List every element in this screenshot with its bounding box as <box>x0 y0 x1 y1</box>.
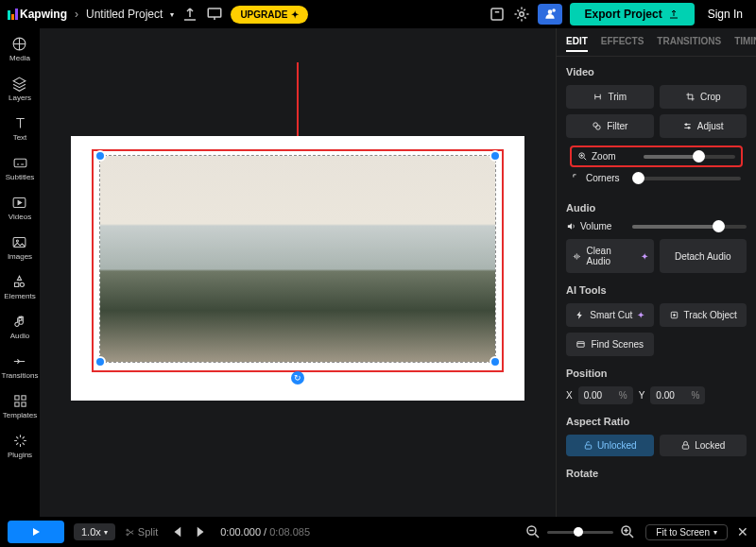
tab-timing[interactable]: TIMING <box>734 36 756 52</box>
resize-handle-bl[interactable] <box>94 356 106 368</box>
history-icon[interactable] <box>489 6 506 23</box>
brand-name: Kapwing <box>20 8 67 21</box>
resize-handle-tr[interactable] <box>490 150 501 162</box>
split-button[interactable]: Split <box>125 526 158 538</box>
videos-icon <box>11 195 27 211</box>
resize-handle-br[interactable] <box>490 356 501 368</box>
corners-slider[interactable] <box>638 177 741 180</box>
rotate-handle[interactable]: ↻ <box>291 371 304 385</box>
timecode: 0:00.000 / 0:08.085 <box>220 526 310 538</box>
track-object-button[interactable]: Track Object <box>660 303 747 327</box>
logo-icon <box>8 9 18 20</box>
trim-button[interactable]: Trim <box>566 85 654 109</box>
project-title[interactable]: Untitled Project <box>86 8 163 21</box>
sidebar-item-images[interactable]: Images <box>8 234 32 261</box>
resize-handle-tl[interactable] <box>94 150 106 162</box>
elements-icon <box>11 274 27 290</box>
sidebar-item-audio[interactable]: Audio <box>10 314 29 340</box>
svg-rect-9 <box>14 396 18 400</box>
export-button[interactable]: Export Project <box>570 3 695 26</box>
rotate-section-title: Rotate <box>566 468 747 479</box>
close-icon[interactable]: ✕ <box>737 524 748 539</box>
sidebar-item-elements[interactable]: Elements <box>4 274 35 300</box>
pos-x-input[interactable]: 0.00 % <box>578 386 633 404</box>
svg-rect-10 <box>21 396 25 400</box>
right-panel: EDIT EFFECTS TRANSITIONS TIMING Video Tr… <box>556 28 756 517</box>
pos-y-input[interactable]: 0.00 % <box>650 386 705 404</box>
detach-audio-button[interactable]: Detach Audio <box>660 239 747 273</box>
volume-slider[interactable] <box>632 225 747 229</box>
sidebar-item-text[interactable]: Text <box>12 115 28 142</box>
filter-icon <box>592 121 602 131</box>
video-preview <box>100 156 495 362</box>
fit-to-screen-button[interactable]: Fit to Screen ▾ <box>645 524 728 540</box>
prev-frame-button[interactable] <box>167 523 184 540</box>
trim-icon <box>593 92 603 102</box>
find-scenes-button[interactable]: Find Scenes <box>566 333 654 356</box>
text-icon <box>12 115 28 131</box>
svg-rect-25 <box>585 445 591 449</box>
canvas-stage[interactable]: ↻ <box>71 136 524 401</box>
audio-section-title: Audio <box>566 202 747 214</box>
svg-point-3 <box>552 9 556 11</box>
filter-button[interactable]: Filter <box>566 114 654 138</box>
sidebar-item-subtitles[interactable]: Subtitles <box>6 155 35 181</box>
present-icon[interactable] <box>206 6 223 23</box>
speed-selector[interactable]: 1.0x ▾ <box>74 523 115 540</box>
ai-section-title: AI Tools <box>566 284 747 296</box>
main-area: Media Layers Text Subtitles Videos Image… <box>0 28 756 517</box>
media-selection[interactable]: ↻ <box>99 155 496 363</box>
svg-rect-12 <box>21 402 25 406</box>
app-logo[interactable]: Kapwing <box>8 8 67 21</box>
sign-in-link[interactable]: Sign In <box>702 8 748 21</box>
unlock-icon <box>583 440 593 451</box>
tab-transitions[interactable]: TRANSITIONS <box>657 36 721 52</box>
sidebar-item-plugins[interactable]: Plugins <box>8 433 32 459</box>
locked-toggle[interactable]: Locked <box>660 435 747 456</box>
gear-icon[interactable] <box>513 6 530 23</box>
crop-icon <box>685 92 696 102</box>
upload-icon[interactable] <box>181 6 198 23</box>
zoom-in-button[interactable] <box>619 523 636 540</box>
next-frame-button[interactable] <box>194 523 211 540</box>
share-button[interactable] <box>538 4 562 25</box>
scissors-icon <box>125 527 135 538</box>
sidebar-item-media[interactable]: Media <box>9 36 30 62</box>
unlocked-toggle[interactable]: Unlocked <box>566 435 654 456</box>
svg-point-19 <box>685 124 687 126</box>
zoom-out-button[interactable] <box>524 523 541 540</box>
sidebar-item-layers[interactable]: Layers <box>9 76 31 102</box>
adjust-button[interactable]: Adjust <box>660 114 747 138</box>
sidebar-item-videos[interactable]: Videos <box>9 195 31 221</box>
tab-edit[interactable]: EDIT <box>566 36 588 52</box>
sidebar-item-transitions[interactable]: Transitions <box>2 353 39 380</box>
smart-cut-button[interactable]: Smart Cut ✦ <box>566 303 654 327</box>
target-icon <box>669 310 679 320</box>
scenes-icon <box>576 339 586 350</box>
sidebar-item-templates[interactable]: Templates <box>3 393 37 419</box>
bottom-bar: 1.0x ▾ Split 0:00.000 / 0:08.085 Fit to … <box>0 517 756 547</box>
timeline-zoom <box>524 523 636 540</box>
side-nav: Media Layers Text Subtitles Videos Image… <box>0 28 40 517</box>
transitions-icon <box>11 353 27 369</box>
sparkle-icon: ✦ <box>637 310 644 320</box>
clean-audio-button[interactable]: Clean Audio ✦ <box>566 239 654 273</box>
chevron-down-icon[interactable]: ▾ <box>170 10 174 19</box>
audio-icon <box>12 314 28 330</box>
export-icon <box>668 9 679 20</box>
svg-point-28 <box>127 533 129 535</box>
upgrade-button[interactable]: UPGRADE ✦ <box>231 6 308 24</box>
zoom-slider[interactable] <box>644 155 735 159</box>
corners-icon <box>572 173 582 183</box>
chevron-down-icon: ▾ <box>713 528 717 537</box>
canvas-area[interactable]: ↻ <box>40 28 556 517</box>
crop-button[interactable]: Crop <box>660 85 747 109</box>
subtitles-icon <box>12 155 28 171</box>
timeline-zoom-slider[interactable] <box>547 531 613 534</box>
bolt-icon <box>575 310 585 320</box>
svg-point-8 <box>17 240 19 242</box>
zoom-label: Zoom <box>577 151 636 162</box>
tab-effects[interactable]: EFFECTS <box>601 36 644 52</box>
svg-rect-5 <box>14 159 26 167</box>
play-button[interactable] <box>8 521 64 543</box>
